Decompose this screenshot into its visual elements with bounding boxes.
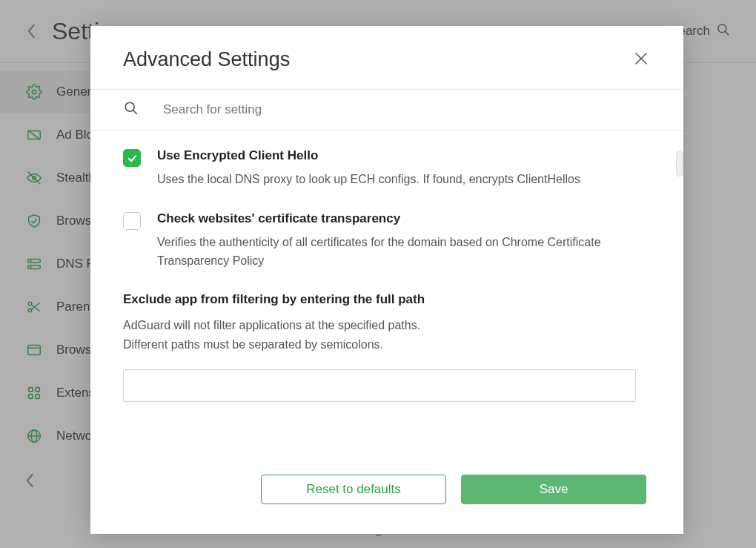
- setting-row: Use Encrypted Client HelloUses the local…: [123, 148, 651, 189]
- setting-checkbox[interactable]: [123, 212, 141, 230]
- svg-line-27: [133, 110, 137, 114]
- scrollbar-thumb[interactable]: [676, 151, 683, 176]
- close-icon[interactable]: [634, 52, 651, 68]
- setting-desc: Uses the local DNS proxy to look up ECH …: [157, 171, 651, 189]
- exclude-path-input[interactable]: [123, 369, 636, 402]
- setting-row: Check websites' certificate transparency…: [123, 211, 651, 271]
- exclude-section-desc: AdGuard will not filter applications at …: [123, 316, 651, 354]
- advanced-settings-modal: Advanced Settings Use Encrypted Client H…: [90, 26, 683, 534]
- reset-defaults-button[interactable]: Reset to defaults: [261, 475, 446, 504]
- modal-title: Advanced Settings: [123, 48, 290, 71]
- search-icon: [123, 100, 139, 119]
- setting-desc: Verifies the authenticity of all certifi…: [157, 234, 651, 271]
- setting-title: Check websites' certificate transparency: [157, 211, 651, 226]
- save-button[interactable]: Save: [461, 475, 646, 504]
- setting-checkbox[interactable]: [123, 149, 141, 167]
- settings-search-input[interactable]: [163, 102, 651, 117]
- exclude-section-title: Exclude app from filtering by entering t…: [123, 292, 651, 307]
- setting-title: Use Encrypted Client Hello: [157, 148, 651, 163]
